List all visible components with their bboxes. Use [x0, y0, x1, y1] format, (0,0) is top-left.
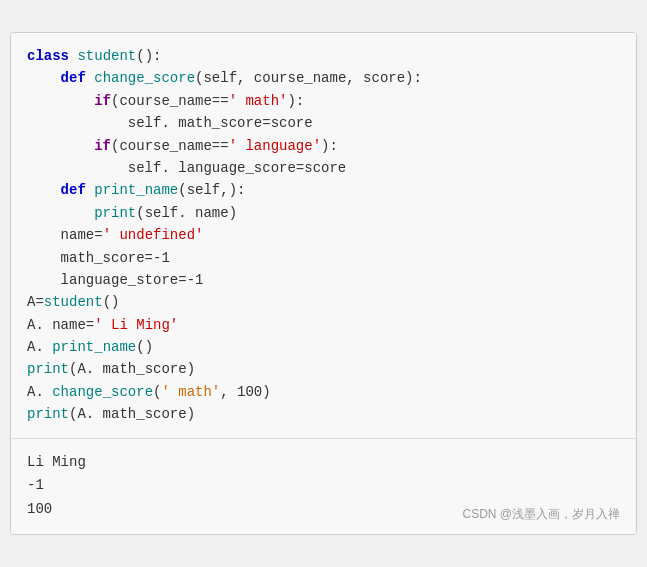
code-line-7: def print_name(self,):: [27, 179, 620, 201]
code-line-4: self. math_score=score: [27, 112, 620, 134]
code-line-5: if(course_name==' language'):: [27, 135, 620, 157]
code-line-3: if(course_name==' math'):: [27, 90, 620, 112]
output-line-2: -1: [27, 474, 620, 498]
code-line-11: language_store=-1: [27, 269, 620, 291]
output-section: Li Ming -1 100 CSDN @浅墨入画，岁月入禅: [11, 439, 636, 534]
code-section: class student(): def change_score(self, …: [11, 33, 636, 439]
code-line-15: print(A. math_score): [27, 358, 620, 380]
code-line-16: A. change_score(' math', 100): [27, 381, 620, 403]
watermark: CSDN @浅墨入画，岁月入禅: [462, 504, 620, 524]
code-line-17: print(A. math_score): [27, 403, 620, 425]
code-line-14: A. print_name(): [27, 336, 620, 358]
code-line-10: math_score=-1: [27, 247, 620, 269]
code-line-13: A. name=' Li Ming': [27, 314, 620, 336]
code-line-2: def change_score(self, course_name, scor…: [27, 67, 620, 89]
code-line-12: A=student(): [27, 291, 620, 313]
output-line-1: Li Ming: [27, 451, 620, 475]
code-line-1: class student():: [27, 45, 620, 67]
code-line-8: print(self. name): [27, 202, 620, 224]
code-line-9: name=' undefined': [27, 224, 620, 246]
code-line-6: self. language_score=score: [27, 157, 620, 179]
code-container: class student(): def change_score(self, …: [10, 32, 637, 535]
